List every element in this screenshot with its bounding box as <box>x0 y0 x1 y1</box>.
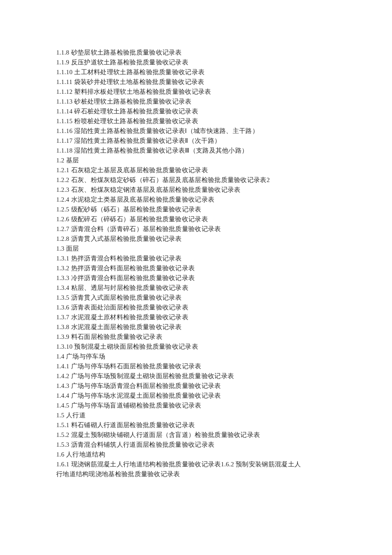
toc-line: 1.3.1 热拌沥青混合料检验批质量验收记录表 <box>56 254 341 263</box>
toc-line: 1.1.8 砂垫层软土路基检验批质量验收记录表 <box>56 48 341 58</box>
toc-line: 1.4.1 广场与停车场料石面层检验批质量验收记录表 <box>56 361 341 371</box>
toc-line: 1.1.17 湿陷性黄土路基检验批质量验收记录表Ⅱ（次干路） <box>56 136 341 146</box>
toc-line: 1.3.4 粘层、透层与封层检验批质量验收记录表 <box>56 283 341 293</box>
toc-line: 1.4.5 广场与停车场盲道铺砌检验批质量验收记录表 <box>56 401 341 410</box>
toc-line: 1.1.10 土工材料处理软土路基检验批质量验收记录表 <box>56 67 341 77</box>
toc-line: 1.1.9 反压护道软土路基检验批质量验收记录表 <box>56 58 341 67</box>
toc-line: 1.2.1 石灰稳定土基层及底基层检验批质量验收记录表 <box>56 165 341 175</box>
toc-line: 1.5.3 沥青混合料铺筑人行道面层检验批质量验收记录表 <box>56 440 341 450</box>
toc-line: 行地道结构现浇地基检验批质量验收记录表 <box>56 469 341 479</box>
toc-line: 1.2.7 沥青混合料（沥青碎石）基层检验批质量验收记录表 <box>56 224 341 234</box>
toc-line: 1.2.4 水泥稳定土类基层及底基层检验批质量验收记录表 <box>56 195 341 205</box>
document-page: 1.1.8 砂垫层软土路基检验批质量验收记录表1.1.9 反压护道软土路基检验批… <box>0 0 392 555</box>
toc-line: 1.1.15 粉喷桩处理软土路基检验批质量验收记录表 <box>56 116 341 126</box>
toc-line: 1.1.18 湿陷性黄土路基检验批质量验收记录表Ⅲ（支路及其他小路） <box>56 146 341 156</box>
toc-line: 1.3.7 水泥混凝土原材料检验批质量验收记录表 <box>56 312 341 322</box>
toc-line: 1.6 人行地道结构 <box>56 450 341 460</box>
toc-line: 1.3.10 预制混凝土砌块面层检验批质量验收记录表 <box>56 342 341 352</box>
toc-line: 1.3.3 冷拌沥青混合料面层检验批质量验收记录表 <box>56 273 341 283</box>
toc-line: 1.2.8 沥青贯入式基层检验批质量验收记录表 <box>56 234 341 244</box>
toc-line: 1.5.1 料石铺砌人行道面层检验批质量验收记录表 <box>56 420 341 430</box>
toc-line: 1.3.2 热拌沥青混合料面层检验批质量验收记录表 <box>56 263 341 273</box>
toc-line: 1.4.2 广场与停车场预制混凝土砌块面层检验批质量验收记录表 <box>56 371 341 381</box>
document-body: 1.1.8 砂垫层软土路基检验批质量验收记录表1.1.9 反压护道软土路基检验批… <box>56 48 341 479</box>
toc-line: 1.1.13 砂桩处理软土路基检验批质量验收记录表 <box>56 97 341 107</box>
toc-line: 1.3.5 沥青贯入式面层检验批质量验收记录表 <box>56 293 341 303</box>
toc-line: 1.4 广场与停车场 <box>56 352 341 361</box>
toc-line: 1.2.3 石灰、粉煤灰稳定钢渣基层及底基层检验批质量验收记录表 <box>56 185 341 195</box>
toc-line: 1.4.4 广场与停车场水泥混凝土面层检验批质量验收记录表 <box>56 391 341 401</box>
toc-line: 1.3 面层 <box>56 244 341 254</box>
toc-line: 1.3.6 沥青表面处治面层检验批质量验收记录表 <box>56 303 341 312</box>
toc-line: 1.1.12 塑料排水板处理软土地基检验批质量验收记录表 <box>56 87 341 97</box>
toc-line: 1.1.11 袋装砂井处理软土地基检验批质量验收记录表 <box>56 77 341 87</box>
toc-line: 1.4.3 广场与停车场沥青混合料面层检验批质量验收记录表 <box>56 381 341 391</box>
toc-line: 1.2 基层 <box>56 156 341 165</box>
toc-line: 1.3.9 料石面层检验批质量验收记录表 <box>56 332 341 342</box>
toc-line: 1.2.5 级配砂砾（砾石）基层检验批质量验收记录表 <box>56 205 341 214</box>
toc-line: 1.1.16 湿陷性黄土路基检验批质量验收记录表Ⅰ（城市快速路、主干路） <box>56 126 341 136</box>
toc-line: 1.1.14 碎石桩处理软土路基检验批质量验收记录表 <box>56 107 341 116</box>
toc-line: 1.2.2 石灰、粉煤灰稳定砂砾（碎石）基层及底基层检验批质量验收记录表2 <box>56 175 341 185</box>
toc-line: 1.5 人行道 <box>56 410 341 420</box>
toc-line: 1.5.2 混凝土预制砌块铺砌人行道面层（含盲道）检验批质量验收记录表 <box>56 430 341 440</box>
toc-line: 1.3.8 水泥混凝土面层检验批质量验收记录表 <box>56 322 341 332</box>
toc-line: 1.6.1 现浇钢筋混凝土人行地道结构检验批质量验收记录表1.6.2 预制安装钢… <box>56 460 341 469</box>
toc-line: 1.2.6 级配碎石（碎砾石）基层检验批质量验收记录表 <box>56 214 341 224</box>
